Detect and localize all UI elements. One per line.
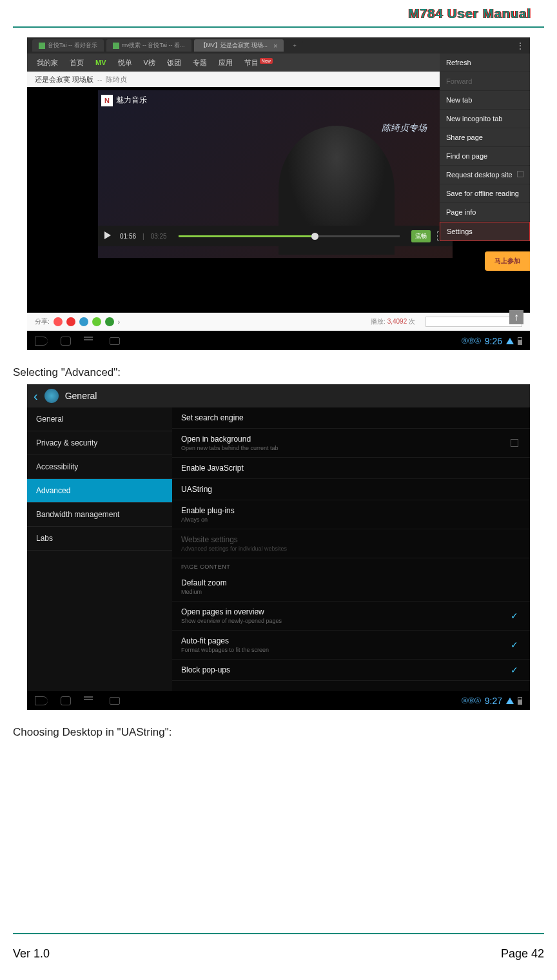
- back-arrow-icon[interactable]: ‹: [34, 389, 38, 404]
- share-bar: 分享: › 播放: 3,4092 次: [27, 313, 530, 331]
- tab-label: 音悦Tai -- 看好音乐: [48, 41, 97, 50]
- checkmark-icon[interactable]: ✓: [511, 665, 518, 675]
- setting-search-engine[interactable]: Set search engine: [172, 407, 530, 429]
- share-label: 分享:: [35, 317, 50, 326]
- tab-favicon-icon: [39, 43, 45, 49]
- status-clock: 9:27: [485, 696, 502, 706]
- caption-uastring: Choosing Desktop in "UAString":: [13, 726, 544, 739]
- back-icon[interactable]: [35, 696, 48, 705]
- recent-apps-icon[interactable]: [84, 696, 97, 705]
- doc-header-title: M784 User Manual: [13, 0, 544, 26]
- screenshot-settings-advanced: ‹ General General Privacy & security Acc…: [27, 384, 530, 710]
- home-icon[interactable]: [61, 337, 71, 346]
- section-page-content: PAGE CONTENT: [172, 558, 530, 573]
- browser-tab-1[interactable]: 音悦Tai -- 看好音乐: [32, 39, 104, 52]
- progress-bar[interactable]: [179, 235, 400, 237]
- sidebar-general[interactable]: General: [27, 407, 172, 431]
- quality-button[interactable]: 流畅: [411, 230, 431, 242]
- nav-item[interactable]: V榜: [144, 58, 155, 68]
- setting-open-background[interactable]: Open in background Open new tabs behind …: [172, 429, 530, 458]
- page-footer: Ver 1.0 Page 42: [13, 933, 544, 961]
- menu-find[interactable]: Find on page: [440, 147, 530, 166]
- battery-icon: [518, 337, 522, 345]
- browser-context-menu: Refresh Forward New tab New incognito ta…: [440, 54, 530, 241]
- share-icon-1[interactable]: [54, 317, 63, 326]
- progress-thumb[interactable]: [311, 233, 318, 240]
- setting-website: Website settings Advanced settings for i…: [172, 529, 530, 558]
- battery-icon: [518, 697, 522, 705]
- status-clock: 9:26: [485, 336, 502, 346]
- time-elapsed: 01:56: [120, 233, 136, 240]
- checkmark-icon[interactable]: ✓: [511, 640, 518, 650]
- browser-tab-2[interactable]: mv搜索 -- 音悦Tai -- 看...: [106, 39, 191, 52]
- settings-header: ‹ General: [27, 384, 530, 407]
- setting-overview[interactable]: Open pages in overview Show overview of …: [172, 602, 530, 631]
- song-separator: --: [97, 75, 102, 83]
- share-icon-5[interactable]: [105, 317, 114, 326]
- recent-apps-icon[interactable]: [84, 337, 97, 346]
- nav-item-active[interactable]: MV: [95, 59, 106, 66]
- notification-icons[interactable]: ⓐⒷⒶ: [462, 337, 481, 346]
- wifi-icon: [506, 338, 514, 344]
- desktop-checkbox-icon[interactable]: [517, 171, 523, 177]
- settings-body: General Privacy & security Accessibility…: [27, 407, 530, 691]
- nav-item[interactable]: 我的家: [37, 58, 58, 68]
- menu-pageinfo[interactable]: Page info: [440, 203, 530, 222]
- share-icon-4[interactable]: [92, 317, 101, 326]
- setting-autofit[interactable]: Auto-fit pages Format webpages to fit th…: [172, 631, 530, 660]
- notification-icons[interactable]: ⓐⒷⒶ: [462, 696, 481, 705]
- checkbox-icon[interactable]: [511, 439, 518, 447]
- comment-input[interactable]: [425, 317, 522, 327]
- menu-share[interactable]: Share page: [440, 128, 530, 147]
- setting-uastring[interactable]: UAString: [172, 479, 530, 500]
- scroll-top-button[interactable]: ↑: [509, 310, 523, 324]
- menu-incognito[interactable]: New incognito tab: [440, 110, 530, 128]
- screenshot-icon[interactable]: [110, 697, 120, 705]
- wifi-icon: [506, 698, 514, 704]
- android-nav-bar: ⓐⒷⒶ 9:27: [27, 692, 530, 710]
- home-icon[interactable]: [61, 696, 71, 705]
- sidebar-accessibility[interactable]: Accessibility: [27, 455, 172, 479]
- menu-new-tab[interactable]: New tab: [440, 91, 530, 110]
- browser-menu-icon[interactable]: ⋮: [516, 41, 525, 51]
- menu-settings[interactable]: Settings: [440, 222, 530, 241]
- tab-close-icon[interactable]: ×: [273, 42, 277, 50]
- settings-content: Set search engine Open in background Ope…: [172, 407, 530, 691]
- setting-zoom[interactable]: Default zoom Medium: [172, 573, 530, 602]
- sidebar-advanced[interactable]: Advanced: [27, 479, 172, 503]
- video-controls: 01:56 | 03:25 流畅: [98, 226, 453, 246]
- nav-item[interactable]: 悦单: [118, 58, 132, 68]
- menu-desktop-site[interactable]: Request desktop site: [440, 166, 530, 184]
- tab-label: mv搜索 -- 音悦Tai -- 看...: [122, 41, 185, 50]
- back-icon[interactable]: [35, 337, 48, 346]
- song-artist: 陈绮贞: [106, 75, 127, 84]
- sidebar-labs[interactable]: Labs: [27, 527, 172, 551]
- screenshot-icon[interactable]: [110, 337, 120, 345]
- settings-title: General: [65, 391, 97, 401]
- video-channel-name: 魅力音乐: [116, 95, 147, 106]
- nav-item[interactable]: 专题: [193, 58, 207, 68]
- sidebar-privacy[interactable]: Privacy & security: [27, 431, 172, 455]
- setting-popups[interactable]: Block pop-ups ✓: [172, 660, 530, 681]
- play-button[interactable]: [104, 231, 113, 240]
- browser-tab-strip: 音悦Tai -- 看好音乐 mv搜索 -- 音悦Tai -- 看... 【MV】…: [27, 37, 530, 54]
- new-tab-button[interactable]: +: [286, 41, 302, 51]
- nav-item[interactable]: 饭团: [167, 58, 181, 68]
- setting-plugins[interactable]: Enable plug-ins Always on: [172, 500, 530, 529]
- share-more-icon[interactable]: ›: [118, 318, 120, 326]
- share-icon-3[interactable]: [79, 317, 88, 326]
- setting-javascript[interactable]: Enable JavaScript: [172, 458, 530, 479]
- browser-tab-active[interactable]: 【MV】还是会寂寞 现场...×: [194, 39, 284, 52]
- android-nav-bar: ⓐⒷⒶ 9:26: [27, 332, 530, 350]
- nav-item[interactable]: 首页: [70, 58, 84, 68]
- share-icon-2[interactable]: [66, 317, 75, 326]
- menu-refresh[interactable]: Refresh: [440, 54, 530, 72]
- menu-offline[interactable]: Save for offline reading: [440, 184, 530, 203]
- nav-item[interactable]: 节目New: [244, 58, 273, 68]
- join-now-badge[interactable]: 马上参加: [485, 251, 530, 271]
- time-total: 03:25: [151, 233, 167, 240]
- sidebar-bandwidth[interactable]: Bandwidth management: [27, 503, 172, 527]
- checkmark-icon[interactable]: ✓: [511, 611, 518, 621]
- footer-page: Page 42: [501, 947, 544, 961]
- nav-item[interactable]: 应用: [219, 58, 233, 68]
